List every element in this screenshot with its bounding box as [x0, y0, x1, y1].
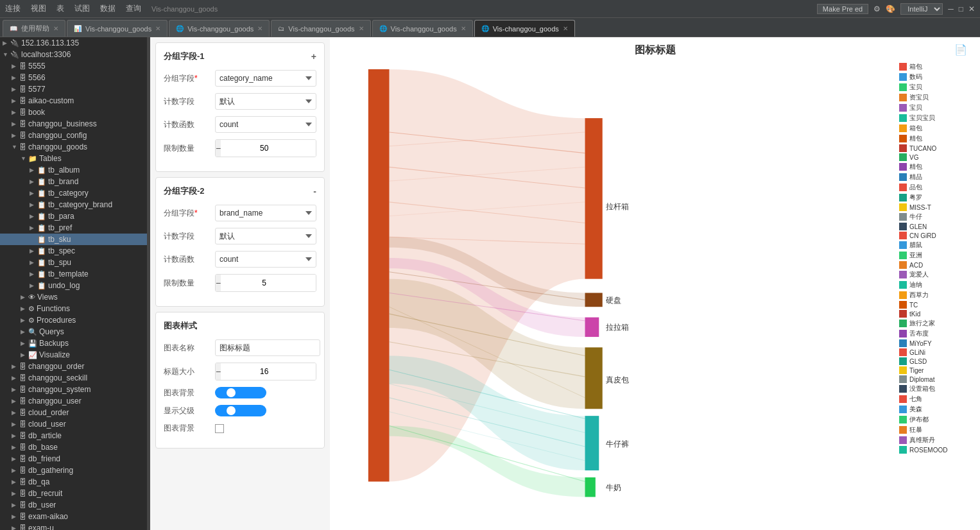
- intellij-select[interactable]: IntelliJ: [900, 3, 943, 15]
- tab-0[interactable]: 📖 使用帮助 ✕: [3, 20, 65, 37]
- section1-add-btn[interactable]: +: [311, 51, 316, 62]
- title-size-dec[interactable]: −: [216, 363, 221, 380]
- section1-limit-dec[interactable]: −: [216, 140, 221, 157]
- legend-item-30[interactable]: GLSD: [899, 357, 974, 365]
- sidebar-item-1[interactable]: ▼ 🔌 localhost:3306: [0, 49, 147, 60]
- legend-item-12[interactable]: 品包: [899, 183, 974, 192]
- tab-1[interactable]: 📊 Vis-changgou_goods ✕: [67, 20, 168, 37]
- sidebar-item-29[interactable]: ▶ 🗄 changgou_seckill: [0, 372, 147, 384]
- sidebar-item-18[interactable]: ▶ 📋 tb_spec: [0, 245, 147, 257]
- legend-item-13[interactable]: 粤罗: [899, 193, 974, 202]
- tab-3-close[interactable]: ✕: [359, 25, 364, 32]
- section2-limit-dec[interactable]: −: [216, 275, 221, 291]
- sidebar-item-4[interactable]: ▶ 🗄 5577: [0, 83, 147, 95]
- sidebar-item-5[interactable]: ▶ 🗄 aikao-custom: [0, 95, 147, 107]
- sidebar-item-17[interactable]: 📋 tb_sku: [0, 234, 147, 245]
- legend-item-21[interactable]: 宠爱人: [899, 270, 974, 279]
- menu-data[interactable]: 数据: [100, 3, 116, 14]
- sidebar-item-3[interactable]: ▶ 🗄 5566: [0, 72, 147, 83]
- tab-4-close[interactable]: ✕: [461, 25, 466, 32]
- legend-item-3[interactable]: 资宝贝: [899, 93, 974, 102]
- sidebar-item-20[interactable]: ▶ 📋 tb_template: [0, 268, 147, 280]
- legend-item-22[interactable]: 迪纳: [899, 280, 974, 289]
- menu-query[interactable]: 查询: [126, 3, 141, 14]
- legend-item-37[interactable]: 狂暴: [899, 425, 974, 434]
- title-size-input[interactable]: [221, 363, 316, 380]
- legend-item-28[interactable]: MiYoFY: [899, 339, 974, 347]
- legend-item-24[interactable]: TC: [899, 301, 974, 309]
- chart-export-icon[interactable]: 📄: [954, 44, 967, 56]
- section1-groupby-select[interactable]: category_name: [215, 70, 316, 87]
- legend-item-11[interactable]: 精品: [899, 173, 974, 182]
- legend-item-20[interactable]: ACD: [899, 261, 974, 269]
- tab-3[interactable]: 🗂 Vis-changgou_goods ✕: [271, 20, 370, 37]
- tab-4[interactable]: 🌐 Vis-changgou_goods ✕: [372, 20, 473, 37]
- sidebar-item-38[interactable]: ▶ 🗄 db_qa: [0, 476, 147, 488]
- sidebar-item-34[interactable]: ▶ 🗄 db_article: [0, 430, 147, 441]
- legend-item-32[interactable]: Diplomat: [899, 375, 974, 383]
- sidebar-item-36[interactable]: ▶ 🗄 db_friend: [0, 453, 147, 465]
- maximize-icon[interactable]: □: [959, 4, 963, 13]
- show-parent-toggle[interactable]: [215, 405, 266, 416]
- legend-item-18[interactable]: 腊鼠: [899, 241, 974, 250]
- section1-countfunc-select[interactable]: count: [215, 116, 316, 133]
- sidebar-item-35[interactable]: ▶ 🗄 db_base: [0, 441, 147, 453]
- legend-item-23[interactable]: 西草力: [899, 291, 974, 300]
- sidebar-item-24[interactable]: ▶ ⚙ Procedures: [0, 314, 147, 326]
- sidebar-item-41[interactable]: ▶ 🗄 exam-aikao: [0, 511, 147, 522]
- legend-item-39[interactable]: ROSEMOOD: [899, 446, 974, 454]
- sidebar-item-19[interactable]: ▶ 📋 tb_spu: [0, 257, 147, 268]
- legend-item-9[interactable]: VG: [899, 153, 974, 161]
- legend-item-17[interactable]: CN GiRD: [899, 232, 974, 239]
- sidebar-item-25[interactable]: ▶ 🔍 Querys: [0, 326, 147, 338]
- legend-item-1[interactable]: 数码: [899, 73, 974, 81]
- sidebar-item-16[interactable]: ▶ 📋 tb_pref: [0, 222, 147, 234]
- sidebar-item-27[interactable]: ▶ 📈 Visualize: [0, 349, 147, 361]
- legend-item-14[interactable]: MISS-T: [899, 203, 974, 211]
- section2-groupby-select[interactable]: brand_name: [215, 205, 316, 221]
- legend-item-29[interactable]: GLiNi: [899, 348, 974, 356]
- legend-item-25[interactable]: tKid: [899, 310, 974, 318]
- settings-icon[interactable]: ⚙: [873, 4, 881, 13]
- sidebar-item-22[interactable]: ▶ 👁 Views: [0, 291, 147, 303]
- legend-item-16[interactable]: GLEN: [899, 223, 974, 230]
- legend-item-4[interactable]: 宝贝: [899, 103, 974, 112]
- sidebar-item-31[interactable]: ▶ 🗄 changgou_user: [0, 395, 147, 407]
- minimize-icon[interactable]: ─: [948, 4, 954, 13]
- sidebar-item-13[interactable]: ▶ 📋 tb_category: [0, 187, 147, 199]
- chart-bg-toggle[interactable]: [215, 387, 266, 398]
- legend-item-10[interactable]: 精包: [899, 162, 974, 171]
- sidebar-item-7[interactable]: ▶ 🗄 changgou_business: [0, 118, 147, 130]
- section2-countfunc-select[interactable]: count: [215, 251, 316, 268]
- section1-limit-input[interactable]: [221, 140, 316, 157]
- legend-item-7[interactable]: 精包: [899, 134, 974, 143]
- sidebar-item-6[interactable]: ▶ 🗄 book: [0, 107, 147, 118]
- legend-item-36[interactable]: 伊布都: [899, 415, 974, 424]
- theme-icon[interactable]: 🎨: [886, 4, 895, 13]
- sidebar-item-30[interactable]: ▶ 🗄 changgou_system: [0, 384, 147, 395]
- legend-item-38[interactable]: 真维斯丹: [899, 436, 974, 445]
- tab-2[interactable]: 🌐 Vis-changgou_goods ✕: [169, 20, 270, 37]
- sidebar-item-39[interactable]: ▶ 🗄 db_recruit: [0, 488, 147, 499]
- sidebar-item-40[interactable]: ▶ 🗄 db_user: [0, 499, 147, 511]
- tab-0-close[interactable]: ✕: [53, 25, 58, 32]
- sidebar-item-32[interactable]: ▶ 🗄 cloud_order: [0, 407, 147, 418]
- menu-table[interactable]: 表: [56, 3, 64, 14]
- tab-5-close[interactable]: ✕: [563, 25, 568, 32]
- menu-view[interactable]: 视图: [31, 3, 46, 14]
- sidebar-item-33[interactable]: ▶ 🗄 cloud_user: [0, 418, 147, 430]
- legend-item-15[interactable]: 牛仔: [899, 212, 974, 221]
- legend-item-35[interactable]: 美森: [899, 405, 974, 414]
- tab-1-close[interactable]: ✕: [155, 25, 160, 32]
- legend-item-6[interactable]: 箱包: [899, 124, 974, 133]
- sidebar-item-10[interactable]: ▼ 📁 Tables: [0, 153, 147, 164]
- close-icon[interactable]: ✕: [968, 4, 975, 13]
- sidebar-item-9[interactable]: ▼ 🗄 changgou_goods: [0, 141, 147, 153]
- sidebar-item-23[interactable]: ▶ ⚙ Functions: [0, 303, 147, 314]
- legend-item-34[interactable]: 七角: [899, 395, 974, 404]
- sidebar-item-28[interactable]: ▶ 🗄 changgou_order: [0, 361, 147, 372]
- sidebar-item-42[interactable]: ▶ 🗄 exam-u: [0, 522, 147, 530]
- legend-item-8[interactable]: TUCANO: [899, 144, 974, 152]
- sidebar-item-11[interactable]: ▶ 📋 tb_album: [0, 164, 147, 176]
- section2-limit-input[interactable]: [221, 275, 316, 291]
